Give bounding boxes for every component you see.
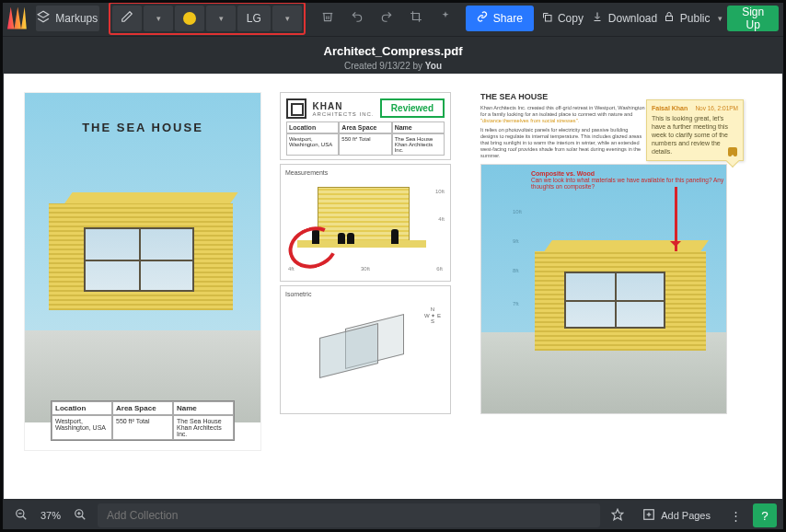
zoom-percentage: 37% <box>39 510 63 521</box>
comment-body: This is looking great, let's have a furt… <box>652 114 738 156</box>
color-picker-button[interactable] <box>175 6 204 31</box>
undo-button[interactable] <box>344 6 370 31</box>
zoom-out-button[interactable] <box>9 503 33 527</box>
signup-label: Sign Up <box>742 6 764 31</box>
redo-button[interactable] <box>374 6 399 31</box>
link-icon <box>477 11 488 25</box>
favorite-button[interactable] <box>606 503 630 527</box>
pencil-tool-button[interactable] <box>112 6 142 31</box>
drawing-tools-group: ▾ ▾ LG ▾ <box>109 2 306 35</box>
chevron-down-icon: ▾ <box>285 14 290 23</box>
page-3-rendering: 10ft 9ft 8ft 7ft Composite vs. Wood Can … <box>480 164 727 414</box>
crop-icon <box>410 10 422 26</box>
layers-icon <box>37 10 50 26</box>
zoom-out-icon <box>15 508 28 524</box>
firm-logo-icon <box>286 98 306 119</box>
help-icon: ? <box>761 509 768 523</box>
copy-icon <box>541 11 552 25</box>
crop-button[interactable] <box>403 6 429 31</box>
more-vertical-icon: ⋮ <box>730 509 742 523</box>
copy-label: Copy <box>558 12 584 25</box>
project-title: THE SEA HOUSE <box>25 121 260 134</box>
help-button[interactable]: ? <box>753 503 777 527</box>
mini-info-table: Location Area Space Name Westport, Washi… <box>286 121 445 156</box>
copy-button[interactable]: Copy <box>537 6 587 31</box>
house-illustration <box>535 231 710 360</box>
svg-line-4 <box>23 515 27 519</box>
trash-icon <box>321 10 334 26</box>
markup-text-annotation[interactable]: Composite vs. Wood Can we look into what… <box>531 170 726 190</box>
info-table: Location Area Space Name Westport, Washi… <box>51 400 235 441</box>
pencil-dropdown[interactable]: ▾ <box>144 6 173 31</box>
comment-author: Faisal Khan <box>652 105 688 111</box>
zoom-in-button[interactable] <box>68 503 92 527</box>
svg-marker-10 <box>612 509 623 520</box>
page-1-rendering: THE SEA HOUSE Location Area Space Name W… <box>24 92 261 451</box>
comment-sticky[interactable]: Faisal Khan Nov 16, 2:01PM This is looki… <box>646 99 744 161</box>
color-dropdown[interactable]: ▾ <box>206 6 236 31</box>
visibility-label: Public <box>680 12 711 25</box>
star-icon <box>611 508 624 524</box>
comment-timestamp: Nov 16, 2:01PM <box>695 105 738 111</box>
more-menu-button[interactable]: ⋮ <box>723 503 747 527</box>
svg-marker-0 <box>38 11 49 17</box>
document-titlebar: Architect_Compress.pdf Created 9/13/22 b… <box>0 37 786 76</box>
signup-button[interactable]: Sign Up <box>727 6 779 31</box>
app-logo[interactable] <box>7 7 27 29</box>
compass-icon: N W ✦ E S <box>424 306 441 325</box>
markup-arrow-annotation[interactable] <box>675 187 677 251</box>
markups-label: Markups <box>55 12 98 25</box>
delete-button[interactable] <box>315 6 341 31</box>
reviewed-stamp: Reviewed <box>380 98 445 118</box>
lock-icon <box>664 11 675 25</box>
svg-rect-2 <box>665 17 672 21</box>
chevron-down-icon: ▾ <box>718 14 722 23</box>
undo-icon <box>351 10 364 26</box>
bottom-toolbar: 37% Add Pages ⋮ ? <box>4 501 782 530</box>
size-dropdown[interactable]: ▾ <box>272 6 302 31</box>
page-2-isometric: Isometric N W ✦ E S <box>280 285 451 414</box>
redo-icon <box>380 10 393 26</box>
svg-line-7 <box>82 515 86 519</box>
chevron-down-icon: ▾ <box>156 14 161 23</box>
document-canvas[interactable]: THE SEA HOUSE Location Area Space Name W… <box>4 74 782 499</box>
markups-button[interactable]: Markups <box>36 6 99 31</box>
visibility-button[interactable]: Public ▾ <box>662 6 723 31</box>
house-illustration <box>49 176 238 323</box>
chevron-down-icon: ▾ <box>219 14 224 23</box>
stroke-size-label: LG <box>247 12 261 25</box>
svg-rect-1 <box>545 16 551 22</box>
share-button[interactable]: Share <box>466 6 534 31</box>
page-3-description: THE SEA HOUSE Khan Architects Inc. creat… <box>480 92 646 160</box>
add-pages-button[interactable]: Add Pages <box>635 508 718 523</box>
top-toolbar: Markups ▾ ▾ LG ▾ Share C <box>0 0 786 37</box>
pencil-icon <box>121 10 133 26</box>
download-button[interactable]: Download <box>591 6 658 31</box>
person-icon <box>391 229 399 244</box>
person-icon <box>347 233 354 244</box>
person-icon <box>338 233 345 244</box>
stroke-size-button[interactable]: LG <box>237 6 271 31</box>
magic-button[interactable] <box>433 6 458 31</box>
zoom-in-icon <box>74 508 87 524</box>
document-meta: Created 9/13/22 by You <box>0 61 786 71</box>
add-collection-input[interactable] <box>98 503 600 527</box>
share-label: Share <box>493 12 523 25</box>
download-label: Download <box>608 12 657 25</box>
color-swatch-icon <box>183 12 196 25</box>
sparkle-icon <box>439 10 452 26</box>
download-icon <box>592 11 603 25</box>
document-filename: Architect_Compress.pdf <box>0 44 786 58</box>
page-2-measurements: Measurements 30ft 4ft 6ft 10ft 4ft <box>280 164 451 282</box>
page-2-header: KHAN ARCHITECTS INC. Reviewed Location A… <box>280 92 451 160</box>
plus-square-icon <box>642 508 655 523</box>
